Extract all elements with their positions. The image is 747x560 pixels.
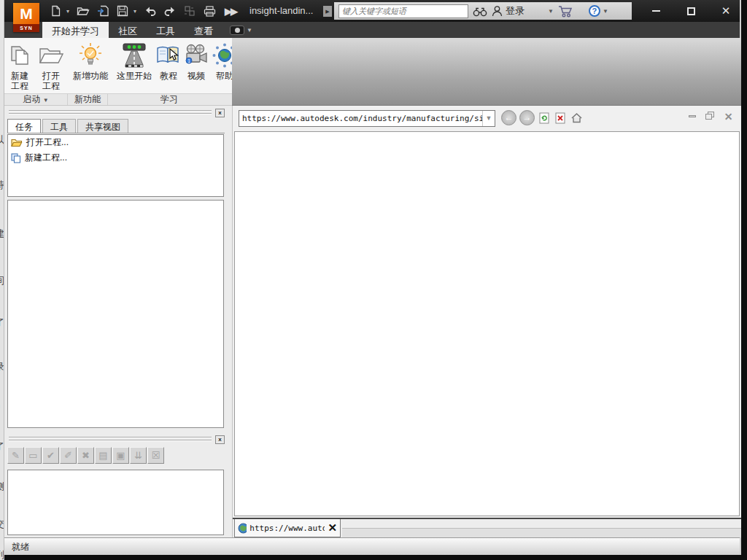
status-bar: 就绪 [4, 537, 740, 555]
ribbon: 新建 工程 打开 工程 [4, 38, 740, 106]
folder-button[interactable]: ▭ [25, 447, 42, 464]
quick-access-toolbar: ▾ ▾ ▶▶ [47, 2, 236, 20]
moldflow-window: M SYN ▾ ▾ [4, 0, 741, 555]
sync-icon [184, 5, 196, 17]
lower-pane-close-button[interactable]: x [215, 435, 225, 444]
import-merge-icon: ⇊ [134, 450, 142, 461]
cut-button[interactable]: ✖ [77, 447, 94, 464]
tab-shared-views[interactable]: 共享视图 [77, 119, 128, 133]
study-tasks-list[interactable] [7, 200, 224, 428]
signin-button[interactable]: 登录 [492, 4, 525, 18]
store-button[interactable] [558, 5, 574, 18]
report-button[interactable]: ▤ [95, 447, 112, 464]
title-expand-button[interactable]: ▶ [323, 6, 332, 17]
save-button[interactable] [114, 2, 131, 20]
tab-home-learn[interactable]: 开始并学习 [42, 22, 109, 38]
doc-tab-close-icon[interactable]: ✕ [328, 521, 337, 534]
group-start[interactable]: 启动 ▼ [4, 94, 67, 105]
start-here-button[interactable]: 这里开始 [114, 38, 155, 93]
back-button[interactable]: ← [501, 110, 516, 125]
tab-community[interactable]: 社区 [109, 22, 147, 38]
stop-icon [555, 112, 565, 124]
url-dropdown-icon[interactable]: ▼ [482, 111, 495, 126]
new-note-button[interactable]: ✎ [7, 447, 24, 464]
lower-pane-toolbar: ✎ ▭ ✔ ✐ ✖ ▤ ▣ ⇊ ☒ [7, 447, 164, 464]
print-button[interactable] [201, 2, 218, 20]
search-button[interactable] [473, 6, 487, 17]
document-tab[interactable]: https://www.auto... ✕ [234, 519, 341, 537]
whats-new-button[interactable]: 新增功能 [70, 38, 111, 93]
import-button[interactable] [94, 2, 112, 20]
new-document-button[interactable] [47, 2, 64, 20]
status-text: 就绪 [12, 541, 29, 553]
svg-text:1: 1 [187, 58, 190, 63]
ribbon-empty-area [232, 38, 741, 106]
refresh-button[interactable] [538, 111, 551, 125]
image-button[interactable]: ▣ [112, 447, 129, 464]
open-project-icon [38, 43, 64, 68]
toolbar-overflow-button[interactable]: ▶▶ [220, 6, 236, 17]
sync-button[interactable] [181, 2, 198, 20]
new-project-task[interactable]: 新建工程... [8, 150, 223, 166]
tab-tools-pane[interactable]: 工具 [42, 119, 76, 133]
home-icon [570, 112, 583, 123]
tutorials-button[interactable]: 教程 [155, 38, 182, 93]
forward-button[interactable]: → [519, 110, 535, 125]
browser-toolbar: https://www.autodesk.com/industry/manufa… [233, 106, 741, 131]
tab-tasks[interactable]: 任务 [7, 119, 41, 133]
new-document-dropdown[interactable]: ▾ [66, 8, 72, 15]
tab-view[interactable]: 查看 [185, 22, 222, 38]
screencast-record-button[interactable]: ▼ [230, 22, 252, 38]
document-tab-strip: https://www.auto... ✕ [233, 518, 741, 537]
import-merge-button[interactable]: ⇊ [130, 447, 147, 464]
lower-pane-gripper[interactable]: x [7, 435, 225, 445]
tab-tools[interactable]: 工具 [147, 22, 185, 38]
workspace: x 任务 工具 共享视图 打开工程... 新建工程... x ✎ ▭ [4, 106, 740, 537]
doc-restore-button[interactable] [705, 112, 716, 121]
new-project-icon [7, 43, 32, 68]
browser-content[interactable] [234, 131, 740, 516]
image-icon: ▣ [116, 450, 125, 461]
minimize-button[interactable] [648, 4, 664, 18]
tasks-pane-gripper[interactable]: x [7, 109, 225, 118]
flashlight-icon: ✐ [64, 450, 72, 461]
flashlight-button[interactable]: ✐ [60, 447, 77, 464]
new-document-icon [50, 5, 61, 17]
save-dropdown[interactable]: ▾ [133, 8, 139, 15]
open-button[interactable] [74, 2, 92, 20]
stop-button[interactable] [554, 111, 567, 125]
doc-minimize-button[interactable] [686, 112, 697, 121]
open-folder-small-icon [11, 138, 23, 147]
ribbon-group-labels: 启动 ▼ 新功能 学习 [4, 93, 232, 105]
undo-icon [144, 6, 157, 16]
new-note-icon: ✎ [12, 450, 20, 461]
videos-button[interactable]: 1 视频 [182, 38, 210, 93]
redo-button[interactable] [161, 2, 179, 20]
new-project-button[interactable]: 新建 工程 [4, 38, 35, 93]
report-icon: ▤ [98, 450, 107, 461]
application-menu-button[interactable]: M SYN [13, 3, 39, 32]
verify-button[interactable]: ✔ [42, 447, 59, 464]
browser-pane: https://www.autodesk.com/industry/manufa… [232, 106, 741, 537]
record-dropdown[interactable]: ▼ [247, 27, 252, 34]
search-input[interactable] [338, 4, 468, 18]
print-icon [204, 6, 216, 17]
undo-button[interactable] [142, 2, 159, 20]
close-button[interactable]: ✕ [718, 4, 734, 18]
folder-icon: ▭ [28, 450, 37, 461]
open-project-button[interactable]: 打开 工程 [35, 38, 67, 93]
group-learn: 学习 [108, 94, 231, 105]
tasks-pane-tabs: 任务 工具 共享视图 [7, 119, 225, 133]
lower-pane-list[interactable] [7, 470, 224, 535]
home-button[interactable] [570, 111, 583, 125]
delete-button[interactable]: ☒ [147, 447, 164, 464]
signin-dropdown[interactable]: ▼ [548, 8, 554, 15]
tasks-pane-close-button[interactable]: x [215, 109, 225, 117]
doc-close-button[interactable]: ✕ [723, 112, 734, 121]
help-dropdown[interactable]: ▼ [603, 8, 608, 15]
open-project-task[interactable]: 打开工程... [8, 135, 223, 150]
help-button[interactable]: ? [589, 5, 600, 17]
open-folder-icon [77, 5, 90, 17]
url-combobox[interactable]: https://www.autodesk.com/industry/manufa… [239, 110, 495, 127]
maximize-button[interactable] [683, 4, 699, 18]
